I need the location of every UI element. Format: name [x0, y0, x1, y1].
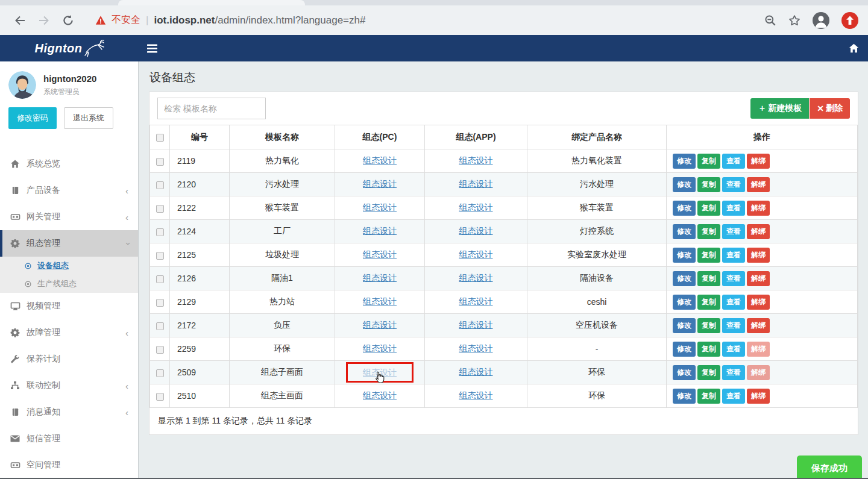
action-view-button[interactable]: 查看: [722, 271, 745, 286]
action-unbind-button[interactable]: 解绑: [747, 318, 770, 333]
sidebar-item[interactable]: 联动控制‹: [0, 372, 138, 399]
zoom-out-icon[interactable]: [764, 14, 776, 27]
sidebar-item[interactable]: 网关管理‹: [0, 204, 138, 230]
navbar-home-icon[interactable]: [848, 43, 860, 54]
action-edit-button[interactable]: 修改: [673, 248, 696, 263]
row-checkbox[interactable]: [156, 322, 164, 330]
action-unbind-button[interactable]: 解绑: [747, 177, 770, 192]
pc-config-link[interactable]: 组态设计: [363, 320, 397, 330]
delete-button[interactable]: ✕删除: [810, 98, 850, 119]
sidebar-item[interactable]: 视频管理: [0, 293, 138, 319]
action-edit-button[interactable]: 修改: [673, 295, 696, 310]
change-password-button[interactable]: 修改密码: [8, 107, 57, 129]
pc-config-link[interactable]: 组态设计: [363, 343, 397, 353]
action-copy-button[interactable]: 复制: [697, 248, 720, 263]
sidebar-item[interactable]: 保养计划: [0, 346, 138, 372]
new-template-button[interactable]: ＋新建模板: [750, 98, 809, 119]
select-all-checkbox[interactable]: [156, 134, 164, 142]
action-unbind-button[interactable]: 解绑: [747, 365, 770, 380]
action-copy-button[interactable]: 复制: [697, 318, 720, 333]
action-unbind-button[interactable]: 解绑: [747, 154, 770, 169]
action-copy-button[interactable]: 复制: [697, 177, 720, 192]
action-edit-button[interactable]: 修改: [673, 201, 696, 216]
action-view-button[interactable]: 查看: [722, 224, 745, 239]
action-unbind-button[interactable]: 解绑: [747, 342, 770, 357]
action-edit-button[interactable]: 修改: [673, 224, 696, 239]
reload-icon[interactable]: [58, 10, 78, 31]
app-config-link[interactable]: 组态设计: [459, 320, 493, 330]
action-view-button[interactable]: 查看: [722, 177, 745, 192]
app-config-link[interactable]: 组态设计: [459, 179, 493, 189]
action-view-button[interactable]: 查看: [722, 318, 745, 333]
browser-update-icon[interactable]: [841, 12, 858, 29]
pc-config-link[interactable]: 组态设计: [363, 390, 397, 400]
bookmark-star-icon[interactable]: [788, 14, 800, 27]
action-unbind-button[interactable]: 解绑: [747, 248, 770, 263]
app-config-link[interactable]: 组态设计: [459, 296, 493, 306]
address-bar[interactable]: 不安全 | iot.idosp.net/admin/index.html?lan…: [95, 14, 764, 27]
pc-config-link[interactable]: 组态设计: [363, 249, 397, 259]
row-checkbox[interactable]: [156, 158, 164, 166]
app-config-link[interactable]: 组态设计: [459, 226, 493, 236]
action-view-button[interactable]: 查看: [722, 154, 745, 169]
sidebar-subitem[interactable]: 设备组态: [0, 257, 138, 275]
sidebar-item[interactable]: 系统总览: [0, 151, 138, 177]
pc-config-link[interactable]: 组态设计: [363, 155, 397, 165]
action-view-button[interactable]: 查看: [722, 295, 745, 310]
action-unbind-button[interactable]: 解绑: [747, 295, 770, 310]
action-copy-button[interactable]: 复制: [697, 224, 720, 239]
menu-toggle-icon[interactable]: [147, 44, 157, 53]
action-view-button[interactable]: 查看: [722, 389, 745, 404]
action-view-button[interactable]: 查看: [722, 201, 745, 216]
row-checkbox[interactable]: [156, 228, 164, 236]
browser-tab[interactable]: [118, 0, 305, 5]
action-view-button[interactable]: 查看: [722, 365, 745, 380]
row-checkbox[interactable]: [156, 181, 164, 189]
pc-config-link[interactable]: 组态设计: [363, 273, 397, 283]
sidebar-item[interactable]: 组态管理‹: [0, 230, 138, 257]
action-copy-button[interactable]: 复制: [697, 201, 720, 216]
action-unbind-button[interactable]: 解绑: [747, 201, 770, 216]
row-checkbox[interactable]: [156, 299, 164, 307]
row-checkbox[interactable]: [156, 252, 164, 260]
row-checkbox[interactable]: [156, 205, 164, 213]
action-edit-button[interactable]: 修改: [673, 365, 696, 380]
action-edit-button[interactable]: 修改: [673, 389, 696, 404]
action-edit-button[interactable]: 修改: [673, 177, 696, 192]
app-config-link[interactable]: 组态设计: [459, 390, 493, 400]
action-unbind-button[interactable]: 解绑: [747, 224, 770, 239]
action-unbind-button[interactable]: 解绑: [747, 271, 770, 286]
action-view-button[interactable]: 查看: [722, 248, 745, 263]
action-copy-button[interactable]: 复制: [697, 389, 720, 404]
row-checkbox[interactable]: [156, 369, 164, 377]
row-checkbox[interactable]: [156, 393, 164, 401]
action-copy-button[interactable]: 复制: [697, 342, 720, 357]
logout-button[interactable]: 退出系统: [64, 107, 113, 129]
action-edit-button[interactable]: 修改: [673, 342, 696, 357]
sidebar-item[interactable]: 消息通知‹: [0, 399, 138, 425]
action-copy-button[interactable]: 复制: [697, 365, 720, 380]
action-edit-button[interactable]: 修改: [673, 271, 696, 286]
sidebar-subitem[interactable]: 生产线组态: [0, 275, 138, 293]
app-config-link[interactable]: 组态设计: [459, 367, 493, 377]
action-unbind-button[interactable]: 解绑: [747, 389, 770, 404]
app-config-link[interactable]: 组态设计: [459, 202, 493, 212]
action-copy-button[interactable]: 复制: [697, 271, 720, 286]
sidebar-item[interactable]: 短信管理: [0, 425, 138, 452]
pc-config-link[interactable]: 组态设计: [363, 202, 397, 212]
app-config-link[interactable]: 组态设计: [459, 343, 493, 353]
action-edit-button[interactable]: 修改: [673, 154, 696, 169]
row-checkbox[interactable]: [156, 275, 164, 283]
action-edit-button[interactable]: 修改: [673, 318, 696, 333]
forward-icon[interactable]: [34, 10, 54, 31]
row-checkbox[interactable]: [156, 346, 164, 354]
pc-config-link[interactable]: 组态设计: [363, 179, 397, 189]
action-view-button[interactable]: 查看: [722, 342, 745, 357]
action-copy-button[interactable]: 复制: [697, 295, 720, 310]
back-icon[interactable]: [10, 10, 30, 31]
sidebar-item[interactable]: 空间管理: [0, 452, 138, 478]
action-copy-button[interactable]: 复制: [697, 154, 720, 169]
sidebar-item[interactable]: 产品设备‹: [0, 177, 138, 204]
template-search-input[interactable]: [157, 98, 266, 119]
pc-config-link[interactable]: 组态设计: [363, 296, 397, 306]
